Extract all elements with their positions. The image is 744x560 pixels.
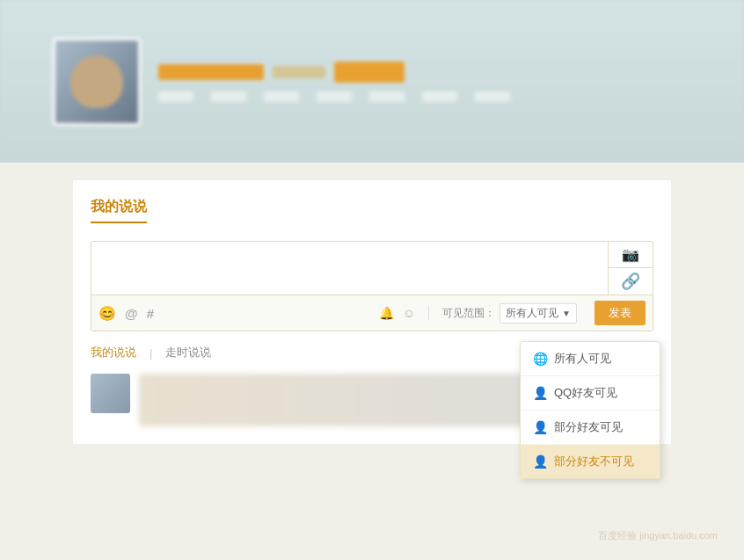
dropdown-item-all-label: 所有人可见	[554, 351, 611, 367]
toolbar-separator	[428, 306, 429, 320]
qq-friend-icon: 👤	[533, 386, 547, 400]
visibility-select: 可见范围： 所有人可见 ▼	[442, 303, 577, 324]
emoji-button[interactable]: 😊	[98, 305, 116, 322]
tab-timeline-shuoshuo[interactable]: 走时说说	[165, 345, 211, 360]
globe-icon: 🌐	[533, 352, 547, 366]
bell-button[interactable]: 🔔	[379, 306, 394, 320]
link-button[interactable]: 🔗	[609, 268, 653, 295]
compose-textarea[interactable]	[91, 242, 608, 295]
watermark-text: 百度经验 jingyan.baidu.com	[598, 530, 718, 541]
tab-separator: |	[150, 346, 152, 360]
compose-icons-right: 📷 🔗	[608, 242, 653, 295]
compose-toolbar: 😊 @ # 🔔 ☺ 可见范围： 所有人可见 ▼ 发表	[91, 295, 653, 331]
at-button[interactable]: @	[125, 306, 138, 321]
visibility-label: 可见范围：	[442, 306, 495, 321]
partial-friend-icon: 👤	[533, 420, 547, 434]
avatar	[53, 38, 141, 126]
link-icon: 🔗	[621, 272, 640, 291]
profile-info	[158, 62, 691, 102]
exclude-friend-icon: 👤	[533, 455, 547, 469]
dropdown-item-partial[interactable]: 👤 部分好友可见	[521, 411, 660, 445]
tab-my-shuoshuo[interactable]: 我的说说	[91, 345, 136, 360]
hash-button[interactable]: #	[147, 306, 154, 321]
section-title: 我的说说	[91, 198, 147, 223]
dropdown-item-qq-label: QQ好友可见	[554, 385, 617, 401]
dropdown-item-partial-label: 部分好友可见	[554, 419, 623, 435]
watermark: 百度经验 jingyan.baidu.com	[598, 529, 718, 542]
profile-area	[0, 0, 744, 163]
camera-icon: 📷	[622, 246, 639, 263]
visibility-dropdown[interactable]: 所有人可见 ▼	[500, 303, 577, 324]
post-avatar	[91, 374, 130, 413]
compose-area: 📷 🔗 😊 @ # 🔔 ☺	[91, 241, 653, 331]
visibility-current-value: 所有人可见	[506, 306, 558, 321]
chevron-down-icon: ▼	[562, 309, 571, 318]
dropdown-item-exclude-label: 部分好友不可见	[554, 454, 634, 469]
dropdown-item-qq[interactable]: 👤 QQ好友可见	[521, 376, 660, 411]
post-button[interactable]: 发表	[594, 301, 646, 325]
camera-button[interactable]: 📷	[609, 242, 653, 268]
dropdown-item-exclude[interactable]: 👤 部分好友不可见	[521, 445, 660, 478]
visibility-dropdown-menu: 🌐 所有人可见 👤 QQ好友可见 👤 部分好友可见 👤 部分好友不可见	[520, 341, 660, 479]
qq-smile-button[interactable]: ☺	[403, 306, 415, 320]
dropdown-item-all[interactable]: 🌐 所有人可见	[521, 342, 660, 376]
